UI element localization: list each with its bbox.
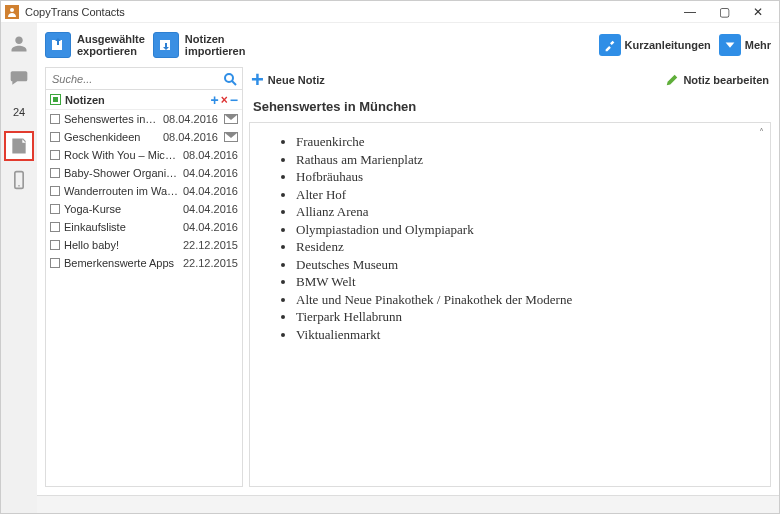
note-bullet-list: FrauenkircheRathaus am MarienplatzHofbrä…: [280, 133, 760, 344]
row-date: 04.04.2016: [183, 167, 238, 179]
row-checkbox[interactable]: [50, 222, 60, 232]
row-checkbox[interactable]: [50, 150, 60, 160]
bullet-item: Residenz: [296, 238, 760, 256]
list-item[interactable]: Yoga-Kurse04.04.2016: [46, 200, 242, 218]
bullet-item: Frauenkirche: [296, 133, 760, 151]
row-label: Geschenkideen: [64, 131, 159, 143]
search-box: [46, 68, 242, 90]
toolbar: Ausgewählte exportieren Notizen importie…: [37, 23, 779, 67]
mail-icon: [224, 114, 238, 124]
titlebar: CopyTrans Contacts — ▢ ✕: [1, 1, 779, 23]
row-checkbox[interactable]: [50, 240, 60, 250]
window-title: CopyTrans Contacts: [25, 6, 125, 18]
row-date: 04.04.2016: [183, 203, 238, 215]
bullet-item: Tierpark Hellabrunn: [296, 308, 760, 326]
rail-notes[interactable]: [4, 131, 34, 161]
row-date: 08.04.2016: [163, 131, 218, 143]
detail-actions: + Neue Notiz Notiz bearbeiten: [249, 67, 771, 93]
edit-note-label: Notiz bearbeiten: [683, 74, 769, 86]
header-actions: + × −: [211, 93, 238, 107]
list-item[interactable]: Sehenswertes in München08.04.2016: [46, 110, 242, 128]
list-item[interactable]: Bemerkenswerte Apps22.12.2015: [46, 254, 242, 272]
chevron-down-icon: [719, 34, 741, 56]
tools-icon: [599, 34, 621, 56]
content-column: Ausgewählte exportieren Notizen importie…: [37, 23, 779, 513]
import-label: Notizen importieren: [185, 33, 246, 57]
row-label: Wanderrouten im Wallis: [64, 185, 179, 197]
svg-point-2: [18, 185, 20, 187]
bullet-item: Hofbräuhaus: [296, 168, 760, 186]
row-date: 08.04.2016: [163, 113, 218, 125]
row-date: 04.04.2016: [183, 221, 238, 233]
list-item[interactable]: Wanderrouten im Wallis04.04.2016: [46, 182, 242, 200]
note-body[interactable]: ˄ FrauenkircheRathaus am MarienplatzHofb…: [249, 123, 771, 487]
row-checkbox[interactable]: [50, 114, 60, 124]
bullet-item: Rathaus am Marienplatz: [296, 151, 760, 169]
select-all-checkbox[interactable]: [50, 94, 61, 105]
svg-point-0: [10, 8, 14, 12]
rail-messages[interactable]: [4, 63, 34, 93]
row-checkbox[interactable]: [50, 168, 60, 178]
new-note-button[interactable]: + Neue Notiz: [251, 69, 325, 91]
work-area: Notizen + × − Sehenswertes in München08.…: [37, 67, 779, 495]
bullet-item: BMW Welt: [296, 273, 760, 291]
status-bar: [37, 495, 779, 513]
mail-icon: [224, 132, 238, 142]
row-checkbox[interactable]: [50, 204, 60, 214]
bullet-item: Olympiastadion und Olympiapark: [296, 221, 760, 239]
close-button[interactable]: ✕: [741, 1, 775, 23]
row-date: 04.04.2016: [183, 185, 238, 197]
list-header-label: Notizen: [65, 94, 207, 106]
rail-device[interactable]: [4, 165, 34, 195]
calendar-icon: 24: [13, 106, 25, 118]
bullet-item: Viktualienmarkt: [296, 326, 760, 344]
row-label: Rock With You – Michael ...: [64, 149, 179, 161]
main-area: 24 Ausgewählte exportieren: [1, 23, 779, 513]
search-input[interactable]: [46, 71, 242, 87]
row-checkbox[interactable]: [50, 258, 60, 268]
notes-list: Sehenswertes in München08.04.2016Geschen…: [46, 110, 242, 486]
more-button[interactable]: Mehr: [719, 34, 771, 56]
scroll-up-arrow[interactable]: ˄: [754, 125, 768, 139]
quick-guides-label: Kurzanleitungen: [625, 39, 711, 51]
left-rail: 24: [1, 23, 37, 513]
note-detail-panel: + Neue Notiz Notiz bearbeiten Sehenswert…: [249, 67, 771, 487]
row-checkbox[interactable]: [50, 186, 60, 196]
list-item[interactable]: Baby-Shower Organisation04.04.2016: [46, 164, 242, 182]
list-item[interactable]: Hello baby!22.12.2015: [46, 236, 242, 254]
quick-guides-button[interactable]: Kurzanleitungen: [599, 34, 711, 56]
import-notes-button[interactable]: Notizen importieren: [153, 32, 246, 58]
list-header: Notizen + × −: [46, 90, 242, 110]
plus-icon: +: [251, 69, 264, 91]
edit-note-button[interactable]: Notiz bearbeiten: [665, 73, 769, 87]
row-label: Bemerkenswerte Apps: [64, 257, 179, 269]
row-checkbox[interactable]: [50, 132, 60, 142]
bullet-item: Alte und Neue Pinakothek / Pinakothek de…: [296, 291, 760, 309]
notes-list-panel: Notizen + × − Sehenswertes in München08.…: [45, 67, 243, 487]
row-label: Hello baby!: [64, 239, 179, 251]
search-icon[interactable]: [222, 71, 238, 87]
pencil-icon: [665, 73, 679, 87]
delete-icon[interactable]: ×: [221, 94, 228, 106]
note-title: Sehenswertes in München: [249, 93, 771, 123]
export-selected-button[interactable]: Ausgewählte exportieren: [45, 32, 145, 58]
row-date: 08.04.2016: [183, 149, 238, 161]
list-item[interactable]: Rock With You – Michael ...08.04.2016: [46, 146, 242, 164]
row-label: Baby-Shower Organisation: [64, 167, 179, 179]
rail-contacts[interactable]: [4, 29, 34, 59]
svg-point-5: [225, 74, 233, 82]
row-date: 22.12.2015: [183, 239, 238, 251]
row-label: Einkaufsliste: [64, 221, 179, 233]
collapse-icon[interactable]: −: [230, 93, 238, 107]
maximize-button[interactable]: ▢: [707, 1, 741, 23]
import-icon: [153, 32, 179, 58]
more-label: Mehr: [745, 39, 771, 51]
list-item[interactable]: Einkaufsliste04.04.2016: [46, 218, 242, 236]
bullet-item: Alter Hof: [296, 186, 760, 204]
minimize-button[interactable]: —: [673, 1, 707, 23]
rail-calendar[interactable]: 24: [4, 97, 34, 127]
list-item[interactable]: Geschenkideen08.04.2016: [46, 128, 242, 146]
add-icon[interactable]: +: [211, 93, 219, 107]
row-label: Sehenswertes in München: [64, 113, 159, 125]
export-label: Ausgewählte exportieren: [77, 33, 145, 57]
